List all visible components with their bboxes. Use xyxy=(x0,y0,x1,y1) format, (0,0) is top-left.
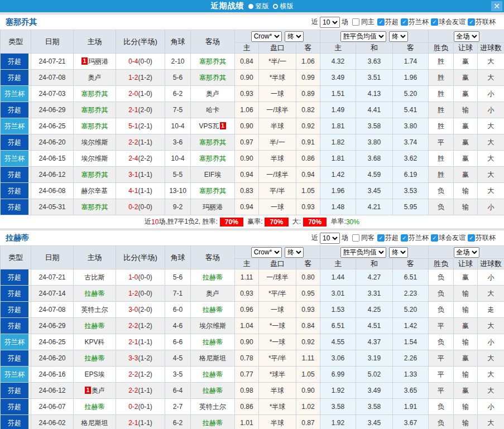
checkbox-checked-icon[interactable]: ✓ xyxy=(431,234,438,242)
home-team: EPS埃 xyxy=(74,367,116,383)
layout-vertical-option[interactable]: 竖版 xyxy=(248,2,269,11)
home-team: 古比斯 xyxy=(74,269,116,286)
league-filter[interactable]: ✓芬兰杯 xyxy=(399,17,429,27)
score-cell: 2-1(1-1) xyxy=(116,334,165,350)
summary-segment: 场,胜7平1负2, 胜率: xyxy=(159,217,217,226)
asia-handicap: *一球 xyxy=(259,318,296,334)
checkbox-checked-icon[interactable]: ✓ xyxy=(401,18,408,26)
result-goals: 大 xyxy=(478,151,504,167)
league-type-badge: 芬超 xyxy=(1,399,28,414)
result-spread: 输 xyxy=(454,302,478,318)
fulltime-score: 2-0 xyxy=(128,90,138,98)
league-type-cell: 芬超 xyxy=(1,167,31,183)
asia-away-odds: 0.95 xyxy=(296,286,320,302)
asia-time-select[interactable]: 终 xyxy=(285,247,304,258)
focus-team-name: 塞那乔其 xyxy=(199,138,226,146)
away-team: VPS瓦1 xyxy=(191,118,235,134)
match-row: 芬超 24-07-08 奥卢 1-2(1-2) 5-6 塞那乔其 0.90 *半… xyxy=(1,70,504,86)
layout-horizontal-option[interactable]: 横版 xyxy=(273,2,294,11)
summary-segment: 赢率: xyxy=(246,217,263,226)
europe-kind-select[interactable]: 胜平负均值 xyxy=(340,247,386,258)
asia-home-odds: 0.96 xyxy=(235,302,259,318)
home-team: 塞那乔其 xyxy=(74,167,116,183)
asia-home-odds: 0.94 xyxy=(235,199,259,215)
checkbox-checked-icon[interactable]: ✓ xyxy=(468,18,475,26)
fulltime-score: 3-0 xyxy=(128,306,138,314)
fulltime-score: 2-1 xyxy=(128,106,138,114)
asia-away-odds: 1.05 xyxy=(296,367,320,383)
halftime-score: (1-0) xyxy=(138,90,152,98)
summary-line: 近10场,胜7平1负2, 胜率:70% 赢率:70% 大:70% 单率:30% xyxy=(0,215,504,228)
league-type-cell: 芬超 xyxy=(1,199,31,215)
fulltime-score: 2-2 xyxy=(128,138,138,146)
checkbox-checked-icon[interactable]: ✓ xyxy=(468,234,475,242)
league-filter[interactable]: ✓球会友谊 xyxy=(429,17,465,27)
result-wdl: 胜 xyxy=(429,167,454,183)
opponent-team-name: 奥卢 xyxy=(206,290,219,297)
same-venue-checkbox-unchecked[interactable] xyxy=(352,18,359,26)
asia-away-odds: 0.82 xyxy=(296,102,320,118)
result-wdl: 负 xyxy=(429,399,454,415)
match-date: 24-06-20 xyxy=(31,134,74,151)
scope-select[interactable]: 全场 xyxy=(454,31,479,42)
col-date: 日期 xyxy=(31,246,74,269)
league-type-cell: 芬超 xyxy=(1,70,31,86)
asia-handicap: *平/半 xyxy=(259,350,296,367)
result-wdl: 胜 xyxy=(429,118,454,134)
home-team: 拉赫蒂 xyxy=(74,286,116,302)
europe-time-select[interactable]: 终 xyxy=(389,247,408,258)
opponent-team-name: 英特土尔 xyxy=(199,403,226,411)
red-card-badge: 1 xyxy=(85,387,91,394)
europe-draw-odds: 4.37 xyxy=(356,334,393,350)
asia-away-odds: 0.91 xyxy=(296,134,320,151)
away-team: 塞那乔其 xyxy=(191,134,235,151)
fulltime-score: 2-2 xyxy=(128,387,138,394)
asia-home-odds: 1.06 xyxy=(235,102,259,118)
opponent-team-name: 玛丽港 xyxy=(88,57,108,65)
fulltime-score: 0-4 xyxy=(128,57,138,65)
same-venue-checkbox-unchecked[interactable] xyxy=(352,234,359,242)
europe-away-odds: 2.23 xyxy=(393,286,429,302)
result-goals: 大 xyxy=(478,134,504,151)
europe-away-odds: 5.20 xyxy=(393,302,429,318)
match-count-select[interactable]: 10 xyxy=(320,17,340,28)
league-type-badge: 芬超 xyxy=(1,134,28,150)
bookmaker-select[interactable]: Crow* xyxy=(251,31,282,42)
europe-kind-select[interactable]: 胜平负均值 xyxy=(340,31,386,42)
asia-time-select[interactable]: 终 xyxy=(285,31,304,42)
scope-select[interactable]: 全场 xyxy=(454,247,479,258)
corner-score: 2-10 xyxy=(165,54,191,70)
checkbox-checked-icon[interactable]: ✓ xyxy=(401,234,408,242)
match-date: 24-07-03 xyxy=(31,86,74,102)
bookmaker-select[interactable]: Crow* xyxy=(251,247,282,258)
checkbox-checked-icon[interactable]: ✓ xyxy=(377,234,385,242)
result-spread: 赢 xyxy=(454,269,478,286)
league-filter[interactable]: ✓芬联杯 xyxy=(465,17,496,27)
europe-draw-odds: 4.21 xyxy=(356,199,393,215)
match-date: 24-07-21 xyxy=(31,54,74,70)
league-filter[interactable]: ✓芬超 xyxy=(375,233,399,243)
col-euro-home: 主 xyxy=(320,43,356,54)
league-filter[interactable]: ✓球会友谊 xyxy=(429,233,465,243)
asia-home-odds: 0.93 xyxy=(235,86,259,102)
match-count-select[interactable]: 10 xyxy=(320,233,340,244)
score-cell: 2-2(1-2) xyxy=(116,367,165,383)
col-asia-away: 客 xyxy=(296,259,320,269)
league-filter[interactable]: ✓芬兰杯 xyxy=(399,233,429,243)
focus-team-name: 拉赫蒂 xyxy=(85,322,105,330)
focus-team-name: 塞那乔其 xyxy=(81,90,108,98)
checkbox-checked-icon[interactable]: ✓ xyxy=(377,18,385,26)
league-filter[interactable]: ✓芬联杯 xyxy=(465,233,496,243)
team-name: 塞那乔其 xyxy=(0,17,37,27)
close-button[interactable]: ✕ xyxy=(491,1,502,11)
radio-unselected-icon xyxy=(273,4,278,9)
focus-team-name: 拉赫蒂 xyxy=(85,354,105,362)
europe-time-select[interactable]: 终 xyxy=(389,31,408,42)
halftime-score: (1-1) xyxy=(138,171,152,179)
match-date: 24-06-29 xyxy=(31,318,74,334)
checkbox-checked-icon[interactable]: ✓ xyxy=(431,18,438,26)
matches-label: 场 xyxy=(342,233,348,243)
away-team: 塞那乔其 xyxy=(191,70,235,86)
league-filter[interactable]: ✓芬超 xyxy=(375,17,399,27)
league-type-cell: 芬兰杯 xyxy=(1,367,31,383)
